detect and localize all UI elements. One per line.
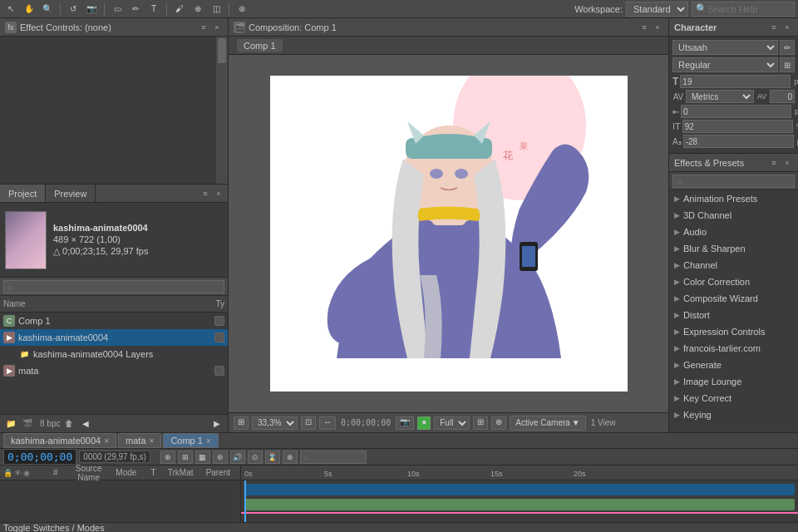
effect-item-color-correction[interactable]: ▶ Color Correction xyxy=(669,273,798,290)
char-pen-btn[interactable]: ✏ xyxy=(780,40,795,55)
tl-btn-toggle3[interactable]: ▦ xyxy=(195,451,210,464)
comp-viewport[interactable]: 花 菜 xyxy=(229,55,668,412)
timeline-timecode[interactable]: 0;00;00;00 xyxy=(3,449,76,465)
toolbar-icon-arrow[interactable]: ↖ xyxy=(3,2,18,17)
timeline-tab-mata[interactable]: mata × xyxy=(118,433,161,448)
comp-menu[interactable]: ≡ xyxy=(638,22,650,33)
search-input[interactable] xyxy=(707,4,791,14)
file-item-kashima-layers[interactable]: 📁 kashima-animate0004 Layers xyxy=(0,346,228,362)
effect-item-channel[interactable]: ▶ Channel xyxy=(669,257,798,273)
timeline-tab-mata-close[interactable]: × xyxy=(150,436,155,446)
effect-item-expression[interactable]: ▶ Expression Controls xyxy=(669,323,798,340)
tl-btn-toggle5[interactable]: 🔊 xyxy=(230,451,245,464)
toolbar-icon-rotate[interactable]: ↺ xyxy=(66,2,81,17)
comp-footer-color[interactable]: ● xyxy=(417,416,431,430)
effect-label-channel: Channel xyxy=(683,260,717,270)
comp-footer-camera-icon[interactable]: 📷 xyxy=(396,416,414,430)
toolbar-icon-puppet[interactable]: ⊛ xyxy=(234,2,249,17)
effect-item-key-correct[interactable]: ▶ Key Correct xyxy=(669,390,798,406)
comp-footer-fit[interactable]: ⊡ xyxy=(301,416,316,430)
comp-canvas: 花 菜 xyxy=(270,76,628,392)
char-style-btn[interactable]: ⊞ xyxy=(780,57,795,72)
font-size-row: T px xyxy=(672,75,795,88)
tl-btn-toggle2[interactable]: ⊞ xyxy=(178,451,193,464)
comp-close[interactable]: × xyxy=(652,22,663,33)
toolbar-icon-zoom[interactable]: 🔍 xyxy=(40,2,55,17)
project-icon-arrow-left[interactable]: ◀ xyxy=(78,416,93,431)
search-bar-top[interactable]: 🔍 xyxy=(692,2,795,17)
effect-item-audio[interactable]: ▶ Audio xyxy=(669,224,798,240)
indent-field[interactable] xyxy=(681,105,791,118)
effect-item-francois[interactable]: ▶ francois-tarlier.com xyxy=(669,340,798,357)
main-layout: fx Effect Controls: (none) ≡ × Project xyxy=(0,18,798,432)
effect-item-blur[interactable]: ▶ Blur & Sharpen xyxy=(669,240,798,257)
effect-controls-menu[interactable]: ≡ xyxy=(198,22,209,33)
toolbar-icon-camera[interactable]: 📷 xyxy=(84,2,99,17)
comp-footer-3d[interactable]: ⊗ xyxy=(491,416,506,430)
toolbar-icon-text[interactable]: T xyxy=(146,2,161,17)
comp-footer-resolution[interactable]: ↔ xyxy=(319,416,336,430)
toolbar-icon-clone[interactable]: ⊕ xyxy=(190,2,205,17)
toolbar-icon-hand[interactable]: ✋ xyxy=(22,2,37,17)
project-icon-arrow-right[interactable]: ▶ xyxy=(209,416,224,431)
project-icon-trash[interactable]: 🗑 xyxy=(62,416,76,431)
comp-breadcrumb[interactable]: Comp 1 xyxy=(237,39,283,52)
effect-item-animation-presets[interactable]: ▶ Animation Presets xyxy=(669,190,798,207)
timeline-playhead[interactable] xyxy=(244,480,246,522)
font-size-field[interactable] xyxy=(680,75,791,88)
comp-quality-select[interactable]: Full xyxy=(434,416,470,430)
timeline-tab-comp1[interactable]: Comp 1 × xyxy=(163,433,218,448)
kerning-select[interactable]: Metrics xyxy=(686,90,754,103)
effects-search xyxy=(669,172,798,190)
timeline-tab-kashima-close[interactable]: × xyxy=(104,436,109,446)
file-item-mata[interactable]: ▶ mata xyxy=(0,362,228,379)
project-close[interactable]: × xyxy=(213,188,224,200)
timeline-search-input[interactable] xyxy=(300,451,367,464)
comp-footer-grid[interactable]: ⊞ xyxy=(234,416,249,430)
font-style-select[interactable]: Regular xyxy=(672,57,778,72)
timeline-tab-kashima[interactable]: kashima-animate0004 × xyxy=(3,433,116,448)
project-search-input[interactable] xyxy=(3,280,224,293)
tl-btn-toggle4[interactable]: ⊛ xyxy=(213,451,228,464)
tl-btn-toggle6[interactable]: ⊙ xyxy=(248,451,263,464)
effect-arrow-3d: ▶ xyxy=(674,211,680,219)
effect-controls-close[interactable]: × xyxy=(211,22,223,33)
toolbar-icon-pen[interactable]: ✏ xyxy=(128,2,143,17)
toolbar-icon-brush[interactable]: 🖌 xyxy=(172,2,187,17)
toggle-switches-label[interactable]: Toggle Switches / Modes xyxy=(3,523,105,532)
file-item-kashima[interactable]: ▶ kashima-animate0004 xyxy=(0,329,228,346)
tl-btn-toggle8[interactable]: ⊗ xyxy=(283,451,298,464)
active-camera-button[interactable]: Active Camera ▼ xyxy=(510,416,585,431)
project-icon-new-comp[interactable]: 🎬 xyxy=(20,416,35,431)
effect-item-generate[interactable]: ▶ Generate xyxy=(669,357,798,373)
project-tab[interactable]: Project xyxy=(0,185,46,202)
workspace-select[interactable]: Standard xyxy=(626,2,688,17)
file-item-comp1[interactable]: C Comp 1 xyxy=(0,313,228,329)
comp-footer-grid2[interactable]: ⊞ xyxy=(473,416,488,430)
toolbar-icon-rect[interactable]: ▭ xyxy=(110,2,125,17)
character-close[interactable]: × xyxy=(781,22,793,33)
baseline-field[interactable] xyxy=(683,135,794,148)
toolbar-icon-eraser[interactable]: ◫ xyxy=(209,2,224,17)
effect-item-image-lounge[interactable]: ▶ Image Lounge xyxy=(669,373,798,390)
effect-item-keying[interactable]: ▶ Keying xyxy=(669,406,798,423)
comp-zoom-select[interactable]: 33,3% xyxy=(252,416,298,430)
kerning-field[interactable] xyxy=(770,90,795,103)
timeline-tab-comp1-close[interactable]: × xyxy=(206,436,211,446)
tl-btn-toggle7[interactable]: ⌛ xyxy=(265,451,280,464)
effects-close[interactable]: × xyxy=(781,157,793,169)
timeline-tab-kashima-label: kashima-animate0004 xyxy=(11,436,101,446)
tl-btn-toggle1[interactable]: ⊕ xyxy=(160,451,175,464)
project-icon-new-folder[interactable]: 📁 xyxy=(3,416,18,431)
effect-item-composite[interactable]: ▶ Composite Wizard xyxy=(669,290,798,307)
effects-menu[interactable]: ≡ xyxy=(768,157,780,169)
project-menu[interactable]: ≡ xyxy=(200,188,211,200)
effect-controls-scrollbar[interactable] xyxy=(216,37,228,184)
effects-search-input[interactable] xyxy=(672,175,795,188)
character-menu[interactable]: ≡ xyxy=(768,22,780,33)
effect-item-3d-channel[interactable]: ▶ 3D Channel xyxy=(669,207,798,224)
preview-tab[interactable]: Preview xyxy=(46,185,96,202)
effect-item-distort[interactable]: ▶ Distort xyxy=(669,307,798,323)
font-name-select[interactable]: Utsaah xyxy=(672,40,778,55)
scale-h-field[interactable] xyxy=(682,120,793,133)
